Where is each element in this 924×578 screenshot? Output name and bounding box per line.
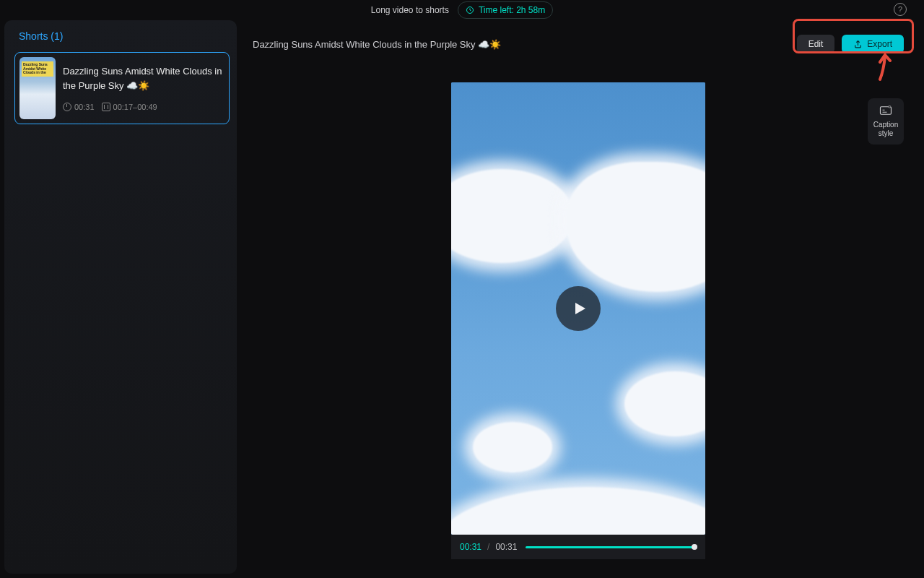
- clip-card[interactable]: Dazzling Suns Amidst White Clouds in the…: [14, 52, 230, 124]
- top-bar: Long video to shorts Time left: 2h 58m ?: [0, 0, 924, 20]
- clip-thumbnail: Dazzling Suns Amidst White Clouds in the: [19, 57, 56, 119]
- edit-button[interactable]: Edit: [797, 35, 835, 53]
- caption-style-button[interactable]: Caption style: [868, 98, 904, 144]
- export-icon: [853, 40, 863, 49]
- help-icon[interactable]: ?: [894, 3, 907, 16]
- clock-icon: [63, 103, 71, 111]
- play-button[interactable]: [556, 286, 601, 331]
- time-total: 00:31: [495, 542, 517, 552]
- main-pane: Dazzling Suns Amidst White Clouds in the…: [237, 20, 920, 574]
- progress-slider[interactable]: [526, 546, 695, 548]
- caption-style-icon: [879, 105, 892, 116]
- video-title: Dazzling Suns Amidst White Clouds in the…: [253, 39, 501, 50]
- annotation-arrow-icon: [876, 53, 894, 82]
- clip-title: Dazzling Suns Amidst White Clouds in the…: [63, 64, 225, 92]
- time-left-pill: Time left: 2h 58m: [458, 1, 553, 19]
- export-button-label: Export: [867, 39, 892, 49]
- video-content-cloud: [473, 422, 552, 473]
- clip-range: 00:17–00:49: [113, 103, 157, 111]
- video-frame[interactable]: [451, 82, 705, 535]
- progress-thumb[interactable]: [692, 544, 697, 550]
- export-button[interactable]: Export: [842, 35, 904, 53]
- sidebar-title: Shorts (1): [19, 30, 230, 42]
- clip-meta: Dazzling Suns Amidst White Clouds in the…: [63, 57, 225, 119]
- time-separator: /: [487, 542, 489, 552]
- edit-button-label: Edit: [808, 39, 824, 49]
- clock-icon: [466, 6, 474, 14]
- header-actions: Edit Export: [797, 35, 904, 53]
- caption-style-label: Caption style: [868, 121, 904, 139]
- play-icon: [571, 300, 588, 317]
- film-icon: [102, 103, 110, 111]
- time-left-text: Time left: 2h 58m: [479, 5, 545, 15]
- sidebar: Shorts (1) Dazzling Suns Amidst White Cl…: [4, 20, 237, 574]
- clip-times: 00:31 00:17–00:49: [63, 103, 225, 111]
- clip-thumb-overlay-text: Dazzling Suns Amidst White Clouds in the: [22, 61, 53, 77]
- breadcrumb-text: Long video to shorts: [371, 5, 449, 15]
- video-controls: 00:31 / 00:31: [451, 535, 705, 559]
- time-current: 00:31: [460, 542, 481, 552]
- main-header: Dazzling Suns Amidst White Clouds in the…: [253, 33, 904, 55]
- app-body: Shorts (1) Dazzling Suns Amidst White Cl…: [0, 20, 924, 578]
- clip-duration: 00:31: [74, 103, 95, 111]
- video-area: 00:31 / 00:31: [451, 82, 705, 559]
